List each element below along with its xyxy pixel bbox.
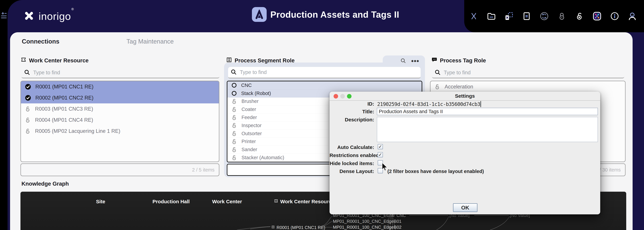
app-window: inorigo® Production Assets and Tags II C… — [0, 0, 644, 230]
top-toolbar — [469, 10, 637, 23]
process-segment-panel-tools: ••• — [383, 55, 425, 67]
lock-open-icon — [25, 106, 31, 112]
brand-logo[interactable]: inorigo® — [24, 8, 74, 24]
restrictions-enabled-label: Restrictions enabled: — [330, 153, 374, 158]
graph-node-r0001[interactable]: R0001 (MP01 CNC1 RE) — [271, 225, 325, 230]
zoom-window-icon[interactable] — [347, 94, 352, 98]
list-item-label: R0002 (MP01 CNC2 RE) — [36, 95, 94, 101]
user-icon[interactable] — [628, 11, 637, 21]
dense-layout-label: Dense Layout: — [330, 168, 374, 174]
info-icon[interactable] — [610, 11, 620, 21]
auto-calculate-row: Auto Calculate: ✓ — [330, 144, 600, 150]
search-box-work-center-resource — [22, 68, 219, 78]
tag-bubble-icon — [431, 57, 438, 64]
graph-node-edgeb01[interactable]: MP01_R0001_100_CNC_EdgeB01 — [333, 219, 402, 224]
panel-header-work-center-resource: Work Center Resource — [20, 57, 88, 64]
kg-column-site: Site — [96, 199, 105, 204]
banner-icon — [274, 199, 278, 204]
restrictions-enabled-checkbox[interactable]: ✓ — [378, 152, 383, 157]
apps-grid-icon[interactable] — [592, 11, 602, 21]
list-item[interactable]: R0001 (MP01 CNC1 RE) — [21, 81, 219, 92]
list-item-label: R0001 (MP01 CNC1 RE) — [36, 84, 94, 90]
unlock-x-icon[interactable] — [574, 11, 584, 21]
list-work-center-resource: R0001 (MP01 CNC1 RE)R0002 (MP01 CNC2 RE)… — [20, 81, 219, 162]
list-item-label: Feeder — [242, 115, 257, 120]
search-box-process-tag-role — [432, 68, 624, 78]
search-icon — [24, 69, 30, 76]
check-circle-icon — [25, 83, 31, 90]
list-item[interactable]: CNC — [228, 81, 422, 89]
kg-column-work-center-resource: Work Center Resource — [274, 199, 334, 204]
lock-open-icon — [231, 138, 238, 145]
auto-calculate-label: Auto Calculate: — [330, 144, 374, 150]
auto-calculate-checkbox[interactable]: ✓ — [378, 144, 383, 149]
list-item-label: R0005 (MP02 Lacquering Line 1 RE) — [35, 128, 120, 134]
list-item[interactable]: Acceleration — [430, 81, 625, 92]
ok-button[interactable]: OK — [453, 203, 478, 212]
list-item-label: CNC — [241, 82, 252, 88]
refresh-icon[interactable] — [539, 11, 549, 21]
id-label: ID: — [330, 101, 374, 107]
lock-open-icon — [231, 98, 238, 104]
list-item-label: Outsorter — [242, 131, 262, 136]
folder-dots-icon[interactable] — [486, 11, 496, 21]
playlist-add-icon[interactable] — [1, 12, 7, 22]
dense-layout-row: Dense Layout: (2 filter boxes have dense… — [330, 168, 600, 174]
kg-column-work-center: Work Center — [212, 199, 242, 204]
list-item-label: Stack (Robot) — [241, 91, 271, 96]
lock-open-icon — [231, 114, 238, 121]
search-input[interactable] — [240, 69, 400, 75]
search-input[interactable] — [33, 70, 198, 76]
list-item-label: Coater — [242, 106, 256, 112]
kg-column-production-hall: Production Hall — [152, 199, 190, 204]
list-item-label: Printer — [242, 139, 256, 144]
tab-connections[interactable]: Connections — [22, 38, 59, 45]
lock-open-icon — [231, 155, 238, 161]
tab-tag-maintenance[interactable]: Tag Maintenance — [126, 38, 174, 45]
restrictions-row: Restrictions enabled: ✓ — [330, 152, 600, 158]
list-item-label: R0003 (MP01 CNC3 RE) — [35, 106, 93, 112]
minimize-window-icon[interactable] — [340, 94, 345, 98]
text-caret — [480, 101, 481, 107]
search-icon[interactable] — [400, 58, 406, 64]
lock-open-icon — [434, 84, 440, 90]
list-item[interactable]: R0003 (MP01 CNC3 RE) — [21, 103, 219, 114]
brand-text: inorigo — [38, 11, 71, 22]
lock-icon[interactable] — [557, 11, 567, 21]
dialog-titlebar[interactable]: Settings — [330, 92, 600, 101]
tab-bar: Connections Tag Maintenance — [22, 38, 174, 45]
mouse-cursor — [381, 162, 388, 172]
copy-windows-icon[interactable] — [504, 11, 514, 21]
graph-node-edgeb02[interactable]: MP01_R0001_100_CNC_EdgeB02 — [333, 225, 402, 230]
registered-mark: ® — [71, 7, 74, 11]
x-close-icon[interactable] — [469, 11, 479, 21]
circle-icon — [231, 82, 237, 88]
banner-icon — [271, 225, 275, 230]
panel-header-process-tag-role: Process Tag Role — [431, 57, 486, 64]
hide-locked-row: Hide locked items: — [330, 160, 600, 166]
inorigo-logo-icon — [24, 11, 34, 22]
list-item[interactable]: R0005 (MP02 Lacquering Line 1 RE) — [21, 126, 219, 137]
more-options-icon[interactable]: ••• — [411, 59, 419, 63]
form-icon[interactable] — [522, 11, 532, 21]
search-input[interactable] — [444, 70, 604, 76]
search-icon — [230, 69, 237, 76]
description-textarea[interactable] — [377, 117, 598, 142]
list-item[interactable]: R0002 (MP01 CNC2 RE) — [21, 92, 219, 103]
search-box-process-segment-role — [228, 67, 420, 78]
title-input[interactable] — [377, 108, 598, 115]
check-circle-icon — [25, 94, 31, 101]
list-item-label: Sander — [242, 147, 257, 152]
dense-layout-note: (2 filter boxes have dense layout enable… — [388, 169, 484, 174]
lock-open-icon — [25, 128, 31, 134]
list-item[interactable]: R0004 (MP01 CNC4 RE) — [21, 114, 219, 126]
close-window-icon[interactable] — [334, 94, 338, 98]
hide-locked-items-label: Hide locked items: — [330, 161, 374, 166]
list-footer-work-center-resource: 2 / 5 items — [20, 163, 219, 176]
description-label: Description: — [330, 117, 374, 123]
list-item-label: Inspector — [242, 123, 262, 128]
id-value[interactable]: 2190259d-02f4-83d1-1c1c-b35600d74cb3 — [377, 101, 481, 107]
list-item-label: Brusher — [242, 98, 258, 104]
lock-open-icon — [231, 146, 238, 153]
page-title: Production Assets and Tags II — [270, 10, 399, 20]
